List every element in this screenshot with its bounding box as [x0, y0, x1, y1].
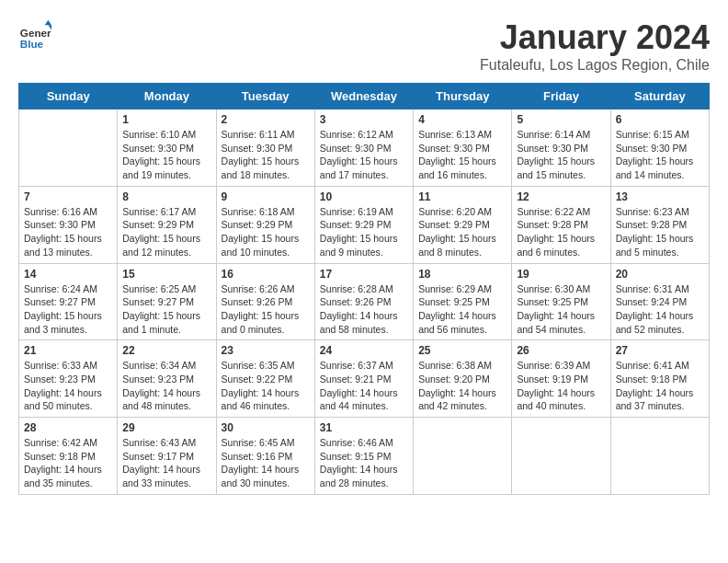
calendar-subtitle: Futaleufu, Los Lagos Region, Chile [480, 57, 710, 74]
cell-info: Sunrise: 6:41 AMSunset: 9:18 PMDaylight:… [616, 359, 704, 413]
calendar-cell: 3Sunrise: 6:12 AMSunset: 9:30 PMDaylight… [314, 109, 413, 187]
header: General Blue January 2024 Futaleufu, Los… [18, 18, 710, 74]
cell-line: Sunset: 9:26 PM [320, 296, 392, 307]
calendar-cell: 21Sunrise: 6:33 AMSunset: 9:23 PMDayligh… [19, 340, 118, 418]
cell-line: Sunrise: 6:25 AM [122, 283, 196, 294]
cell-line: Sunset: 9:22 PM [222, 373, 293, 385]
cell-line: Sunrise: 6:20 AM [418, 206, 492, 217]
cell-line: Daylight: 14 hours [222, 387, 300, 398]
cell-info: Sunrise: 6:25 AMSunset: 9:27 PMDaylight:… [122, 282, 210, 337]
column-header-sunday: Sunday [19, 84, 118, 109]
calendar-cell: 10Sunrise: 6:19 AMSunset: 9:29 PMDayligh… [314, 186, 413, 263]
cell-line: and 37 minutes. [616, 400, 685, 411]
day-number: 24 [320, 344, 408, 357]
cell-line: and 28 minutes. [320, 477, 389, 488]
svg-marker-2 [45, 20, 51, 25]
calendar-cell: 11Sunrise: 6:20 AMSunset: 9:29 PMDayligh… [414, 186, 512, 263]
day-number: 26 [517, 344, 605, 357]
day-number: 3 [320, 113, 408, 126]
day-number: 1 [122, 113, 210, 126]
day-number: 29 [122, 421, 210, 434]
cell-line: Daylight: 14 hours [24, 387, 102, 398]
calendar-header-row: SundayMondayTuesdayWednesdayThursdayFrid… [19, 84, 710, 109]
day-number: 13 [616, 190, 704, 203]
cell-info: Sunrise: 6:42 AMSunset: 9:18 PMDaylight:… [24, 436, 112, 490]
cell-line: Sunrise: 6:22 AM [517, 206, 590, 217]
cell-line: Daylight: 14 hours [320, 464, 398, 475]
day-number: 20 [616, 268, 704, 281]
cell-info: Sunrise: 6:38 AMSunset: 9:20 PMDaylight:… [418, 359, 506, 413]
cell-line: Sunrise: 6:10 AM [122, 129, 196, 140]
calendar-cell: 17Sunrise: 6:28 AMSunset: 9:26 PMDayligh… [314, 263, 413, 340]
cell-line: Daylight: 15 hours [517, 233, 595, 244]
logo: General Blue [18, 18, 51, 52]
calendar-cell: 15Sunrise: 6:25 AMSunset: 9:27 PMDayligh… [118, 263, 216, 340]
day-number: 18 [418, 268, 506, 281]
cell-line: Sunset: 9:27 PM [24, 296, 96, 307]
cell-line: Sunrise: 6:11 AM [222, 129, 295, 140]
cell-info: Sunrise: 6:28 AMSunset: 9:26 PMDaylight:… [320, 282, 408, 337]
cell-line: Sunrise: 6:35 AM [222, 360, 295, 371]
column-header-monday: Monday [118, 84, 216, 109]
cell-info: Sunrise: 6:34 AMSunset: 9:23 PMDaylight:… [122, 359, 210, 413]
day-number: 21 [24, 344, 112, 357]
cell-line: Sunset: 9:24 PM [616, 296, 688, 307]
calendar-cell: 1Sunrise: 6:10 AMSunset: 9:30 PMDaylight… [118, 109, 216, 187]
calendar-cell [512, 418, 610, 495]
cell-line: Sunset: 9:17 PM [122, 451, 194, 462]
day-number: 12 [517, 190, 605, 203]
cell-line: Sunrise: 6:33 AM [24, 360, 97, 371]
cell-line: Sunrise: 6:42 AM [24, 437, 97, 448]
day-number: 19 [517, 268, 605, 281]
cell-info: Sunrise: 6:24 AMSunset: 9:27 PMDaylight:… [24, 282, 112, 337]
cell-line: Daylight: 14 hours [517, 387, 595, 398]
cell-line: Sunset: 9:16 PM [222, 451, 293, 462]
calendar-cell [414, 418, 512, 495]
day-number: 15 [122, 268, 210, 281]
cell-line: Sunrise: 6:19 AM [320, 206, 393, 217]
cell-info: Sunrise: 6:13 AMSunset: 9:30 PMDaylight:… [418, 128, 506, 182]
cell-line: Daylight: 14 hours [24, 464, 102, 475]
calendar-cell: 19Sunrise: 6:30 AMSunset: 9:25 PMDayligh… [512, 263, 610, 340]
calendar-cell: 25Sunrise: 6:38 AMSunset: 9:20 PMDayligh… [414, 340, 512, 418]
cell-line: Sunset: 9:29 PM [418, 219, 490, 230]
cell-info: Sunrise: 6:30 AMSunset: 9:25 PMDaylight:… [517, 282, 605, 337]
cell-line: and 6 minutes. [517, 247, 580, 258]
cell-line: and 54 minutes. [517, 324, 586, 335]
calendar-cell: 12Sunrise: 6:22 AMSunset: 9:28 PMDayligh… [512, 186, 610, 263]
day-number: 6 [616, 113, 704, 126]
cell-line: Daylight: 14 hours [122, 387, 200, 398]
day-number: 14 [24, 268, 112, 281]
calendar-table: SundayMondayTuesdayWednesdayThursdayFrid… [18, 83, 710, 495]
calendar-cell: 22Sunrise: 6:34 AMSunset: 9:23 PMDayligh… [118, 340, 216, 418]
cell-line: Daylight: 14 hours [616, 310, 694, 321]
cell-line: Daylight: 15 hours [320, 155, 398, 167]
calendar-cell [19, 109, 118, 187]
cell-line: and 18 minutes. [222, 169, 290, 180]
cell-line: Sunrise: 6:45 AM [222, 437, 295, 448]
cell-line: Sunrise: 6:28 AM [320, 283, 393, 294]
cell-line: Sunrise: 6:37 AM [320, 360, 393, 371]
cell-line: Sunset: 9:28 PM [517, 219, 588, 230]
cell-info: Sunrise: 6:22 AMSunset: 9:28 PMDaylight:… [517, 205, 605, 259]
cell-line: and 19 minutes. [122, 169, 191, 180]
column-header-tuesday: Tuesday [216, 84, 314, 109]
cell-info: Sunrise: 6:12 AMSunset: 9:30 PMDaylight:… [320, 128, 408, 182]
cell-line: and 9 minutes. [320, 247, 383, 258]
cell-line: Daylight: 15 hours [122, 155, 200, 167]
cell-info: Sunrise: 6:14 AMSunset: 9:30 PMDaylight:… [517, 128, 605, 182]
cell-line: Sunset: 9:19 PM [517, 373, 588, 385]
logo-icon: General Blue [18, 18, 51, 52]
day-number: 22 [122, 344, 210, 357]
column-header-wednesday: Wednesday [314, 84, 413, 109]
cell-line: and 52 minutes. [616, 324, 685, 335]
cell-line: Sunset: 9:15 PM [320, 451, 392, 462]
cell-line: Daylight: 14 hours [418, 310, 496, 321]
calendar-cell: 26Sunrise: 6:39 AMSunset: 9:19 PMDayligh… [512, 340, 610, 418]
cell-line: Daylight: 15 hours [517, 155, 595, 167]
day-number: 8 [122, 190, 210, 203]
cell-info: Sunrise: 6:18 AMSunset: 9:29 PMDaylight:… [222, 205, 310, 259]
cell-line: Daylight: 15 hours [222, 310, 300, 321]
cell-info: Sunrise: 6:45 AMSunset: 9:16 PMDaylight:… [222, 436, 310, 490]
cell-line: Sunrise: 6:18 AM [222, 206, 295, 217]
